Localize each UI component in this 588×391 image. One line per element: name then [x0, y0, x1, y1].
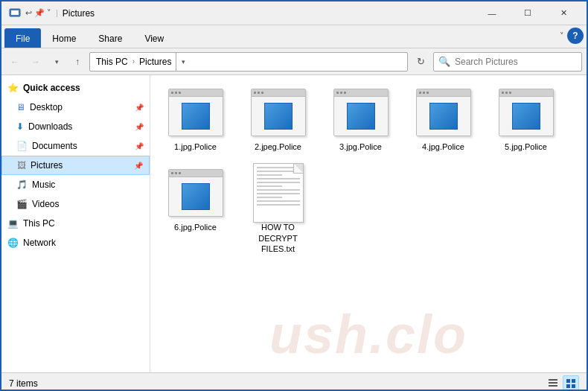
- sidebar-item-videos[interactable]: 🎬 Videos: [1, 194, 150, 214]
- path-segment-thispc[interactable]: This PC: [96, 57, 128, 67]
- file-item[interactable]: 2.jpeg.Police: [239, 81, 317, 157]
- svg-rect-6: [572, 379, 575, 383]
- file-label: 5.jpg.Police: [505, 142, 547, 152]
- svg-rect-2: [549, 379, 557, 381]
- address-bar: ← → ▾ ↑ This PC › Pictures ▾ ↻ 🔍: [1, 48, 587, 75]
- tab-home[interactable]: Home: [41, 28, 87, 48]
- help-button[interactable]: ?: [567, 28, 584, 44]
- pin-icon: 📌: [135, 104, 144, 112]
- sidebar-item-label: Music: [32, 179, 55, 190]
- file-label: 4.jpg.Police: [422, 142, 464, 152]
- sidebar-item-pictures[interactable]: 🖼 Pictures 📌: [1, 156, 150, 175]
- sidebar-item-label: Documents: [32, 141, 77, 151]
- list-view-button[interactable]: [545, 375, 561, 392]
- file-icon: [496, 86, 556, 139]
- sidebar-item-label: This PC: [23, 218, 55, 229]
- file-label: 6.jpg.Police: [174, 222, 217, 232]
- file-item[interactable]: 5.jpg.Police: [487, 81, 565, 157]
- ribbon-collapse-icon[interactable]: ˅: [560, 31, 564, 41]
- svg-rect-1: [11, 10, 19, 15]
- svg-rect-3: [549, 382, 557, 384]
- file-label: 1.jpg.Police: [174, 142, 217, 152]
- svg-rect-5: [566, 379, 570, 383]
- documents-icon: 📄: [16, 141, 28, 151]
- pin-icon: 📌: [135, 142, 144, 150]
- minimize-button[interactable]: —: [475, 1, 509, 25]
- path-chevron[interactable]: ▾: [176, 52, 191, 71]
- file-label: HOW TO DECRYPT FILES.txt: [243, 222, 313, 254]
- file-icon: [414, 86, 473, 139]
- watermark: ush.clo: [269, 304, 467, 365]
- title-bar: ↩ 📌 ˅ | Pictures — ☐ ✕: [1, 1, 587, 25]
- pictures-icon: 🖼: [17, 160, 26, 171]
- main-area: ⭐ Quick access 🖥 Desktop 📌 ⬇ Downloads 📌…: [1, 75, 587, 372]
- tab-file[interactable]: File: [4, 28, 41, 48]
- music-icon: 🎵: [16, 179, 28, 190]
- sidebar-item-desktop[interactable]: 🖥 Desktop 📌: [1, 98, 150, 117]
- sidebar: ⭐ Quick access 🖥 Desktop 📌 ⬇ Downloads 📌…: [1, 75, 150, 372]
- file-icon: [249, 86, 308, 139]
- sidebar-item-network[interactable]: 🌐 Network: [1, 233, 150, 252]
- file-icon: [331, 86, 391, 139]
- svg-rect-7: [566, 384, 570, 388]
- file-label: 2.jpeg.Police: [255, 142, 301, 152]
- window-title: Pictures: [63, 8, 475, 19]
- file-label: 3.jpg.Police: [339, 142, 382, 152]
- icon-view-button[interactable]: [563, 375, 579, 392]
- file-item[interactable]: 4.jpg.Police: [404, 81, 482, 157]
- path-segment-pictures[interactable]: Pictures: [139, 57, 171, 67]
- item-count: 7 items: [9, 378, 38, 389]
- sidebar-item-music[interactable]: 🎵 Music: [1, 175, 150, 194]
- maximize-button[interactable]: ☐: [511, 1, 545, 25]
- tab-view[interactable]: View: [133, 28, 175, 48]
- refresh-button[interactable]: ↻: [411, 52, 430, 71]
- file-area: ush.clo 1.jpg.Police: [150, 75, 587, 372]
- view-controls: [545, 375, 579, 392]
- pin-icon: 📌: [135, 123, 144, 131]
- svg-rect-4: [549, 385, 557, 387]
- sidebar-item-label: Quick access: [23, 83, 80, 93]
- file-item[interactable]: HOW TO DECRYPT FILES.txt: [239, 162, 317, 259]
- file-icon: [166, 86, 226, 139]
- file-icon: [166, 167, 226, 219]
- quick-access-icon: ⭐: [7, 83, 19, 93]
- up-button[interactable]: ↑: [68, 53, 86, 71]
- sidebar-item-label: Downloads: [28, 121, 72, 132]
- recent-button[interactable]: ▾: [48, 53, 65, 71]
- file-item[interactable]: 6.jpg.Police: [156, 162, 234, 259]
- pin-icon: 📌: [134, 162, 143, 170]
- downloads-icon: ⬇: [16, 121, 24, 132]
- window-controls: — ☐ ✕: [475, 1, 581, 25]
- file-item[interactable]: 3.jpg.Police: [322, 81, 400, 157]
- sidebar-item-thispc[interactable]: 💻 This PC: [1, 214, 150, 233]
- tab-share[interactable]: Share: [87, 28, 133, 48]
- sidebar-item-label: Pictures: [31, 160, 63, 171]
- network-icon: 🌐: [7, 238, 19, 248]
- desktop-icon: 🖥: [16, 102, 25, 112]
- search-input[interactable]: [455, 57, 577, 67]
- close-button[interactable]: ✕: [546, 1, 581, 25]
- sidebar-item-label: Network: [23, 238, 56, 248]
- ribbon: File Home Share View ˅ ?: [1, 25, 587, 48]
- address-path[interactable]: This PC › Pictures ▾: [89, 52, 408, 71]
- search-box: 🔍: [433, 52, 582, 71]
- path-separator-1: ›: [132, 57, 135, 66]
- search-icon: 🔍: [438, 56, 450, 67]
- svg-rect-8: [572, 384, 575, 388]
- file-item[interactable]: 1.jpg.Police: [156, 81, 234, 157]
- thispc-icon: 💻: [7, 218, 19, 229]
- sidebar-item-label: Desktop: [30, 102, 63, 112]
- file-icon: [249, 167, 308, 219]
- sidebar-item-quick-access[interactable]: ⭐ Quick access: [1, 78, 150, 98]
- sidebar-item-label: Videos: [32, 199, 59, 209]
- title-bar-icon: [7, 6, 22, 21]
- status-bar: 7 items: [1, 372, 587, 391]
- sidebar-item-downloads[interactable]: ⬇ Downloads 📌: [1, 117, 150, 136]
- videos-icon: 🎬: [16, 199, 28, 209]
- back-button[interactable]: ←: [6, 53, 24, 71]
- sidebar-item-documents[interactable]: 📄 Documents 📌: [1, 136, 150, 156]
- forward-button[interactable]: →: [27, 53, 45, 71]
- quick-toolbar: ↩ 📌 ˅: [25, 8, 51, 18]
